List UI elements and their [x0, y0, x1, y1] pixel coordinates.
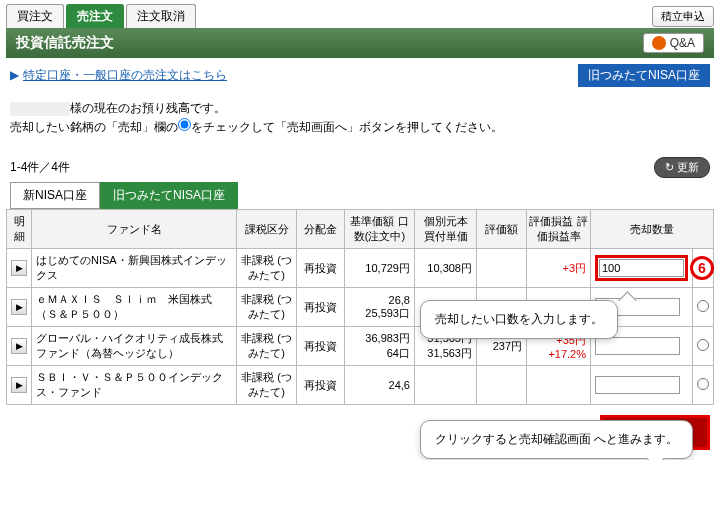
tax-cell: 非課税 (つみたて)	[237, 366, 297, 405]
col-eval: 評価額	[477, 210, 527, 249]
col-price: 基準価額 口数(注文中)	[345, 210, 415, 249]
fund-name: はじめてのNISA・新興国株式インデックス	[32, 249, 237, 288]
tooltip-proceed: クリックすると売却確認画面 へと進みます。	[420, 420, 693, 459]
tab-cancel[interactable]: 注文取消	[126, 4, 196, 28]
unit-cell	[415, 366, 477, 405]
account-badge: 旧つみたてNISA口座	[578, 64, 710, 87]
col-detail: 明細	[7, 210, 32, 249]
page-title: 投資信託売注文	[16, 34, 114, 52]
other-account-link[interactable]: 特定口座・一般口座の売注文はこちら	[23, 68, 227, 82]
table-row: ▶ ＳＢＩ・Ｖ・Ｓ＆Ｐ５００インデックス・ファンド 非課税 (つみたて) 再投資…	[7, 366, 714, 405]
expand-icon[interactable]: ▶	[11, 377, 27, 393]
description: 様の現在のお預り残高です。 売却したい銘柄の「売却」欄のをチェックして「売却画面…	[10, 99, 710, 137]
annotation-6: 6	[690, 256, 714, 280]
tax-cell: 非課税 (つみたて)	[237, 327, 297, 366]
eval-cell	[477, 249, 527, 288]
price-cell: 26,825,593口	[345, 288, 415, 327]
price-cell: 24,6	[345, 366, 415, 405]
price-cell: 36,983円64口	[345, 327, 415, 366]
triangle-icon: ▶	[10, 68, 19, 82]
qa-button[interactable]: Q&A	[643, 33, 704, 53]
radio-example-icon	[178, 118, 191, 131]
fund-name: ＳＢＩ・Ｖ・Ｓ＆Ｐ５００インデックス・ファンド	[32, 366, 237, 405]
select-radio[interactable]	[697, 300, 709, 312]
col-tax: 課税区分	[237, 210, 297, 249]
tooltip-qty: 売却したい口数を入力します。	[420, 300, 618, 339]
expand-icon[interactable]: ▶	[11, 338, 27, 354]
qty-input[interactable]	[595, 337, 680, 355]
pl-cell: +3円	[527, 249, 591, 288]
qty-input[interactable]	[599, 259, 684, 277]
tsumitate-button[interactable]: 積立申込	[652, 6, 714, 27]
masked-name	[10, 102, 70, 116]
dist-cell: 再投資	[297, 366, 345, 405]
subtab-new-nisa[interactable]: 新NISA口座	[10, 182, 100, 209]
subtab-old-nisa[interactable]: 旧つみたてNISA口座	[100, 182, 238, 209]
dist-cell: 再投資	[297, 327, 345, 366]
eval-cell	[477, 366, 527, 405]
tab-sell[interactable]: 売注文	[66, 4, 124, 28]
fund-name: ｅＭＡＸＩＳ Ｓｌｉｍ 米国株式（Ｓ＆Ｐ５００）	[32, 288, 237, 327]
unit-cell: 10,308円	[415, 249, 477, 288]
col-dist: 分配金	[297, 210, 345, 249]
col-unit: 個別元本 買付単価	[415, 210, 477, 249]
expand-icon[interactable]: ▶	[11, 260, 27, 276]
table-row: ▶ はじめてのNISA・新興国株式インデックス 非課税 (つみたて) 再投資 1…	[7, 249, 714, 288]
tax-cell: 非課税 (つみたて)	[237, 249, 297, 288]
fund-name: グローバル・ハイクオリティ成長株式ファンド（為替ヘッジなし）	[32, 327, 237, 366]
tax-cell: 非課税 (つみたて)	[237, 288, 297, 327]
pl-cell	[527, 366, 591, 405]
expand-icon[interactable]: ▶	[11, 299, 27, 315]
col-fund: ファンド名	[32, 210, 237, 249]
refresh-button[interactable]: ↻ 更新	[654, 157, 710, 178]
price-cell: 10,729円	[345, 249, 415, 288]
result-count: 1-4件／4件	[10, 159, 70, 176]
col-qty: 売却数量	[591, 210, 714, 249]
tab-buy[interactable]: 買注文	[6, 4, 64, 28]
select-radio[interactable]	[697, 339, 709, 351]
select-radio[interactable]	[697, 378, 709, 390]
dist-cell: 再投資	[297, 249, 345, 288]
dist-cell: 再投資	[297, 288, 345, 327]
col-pl: 評価損益 評価損益率	[527, 210, 591, 249]
qty-input[interactable]	[595, 376, 680, 394]
